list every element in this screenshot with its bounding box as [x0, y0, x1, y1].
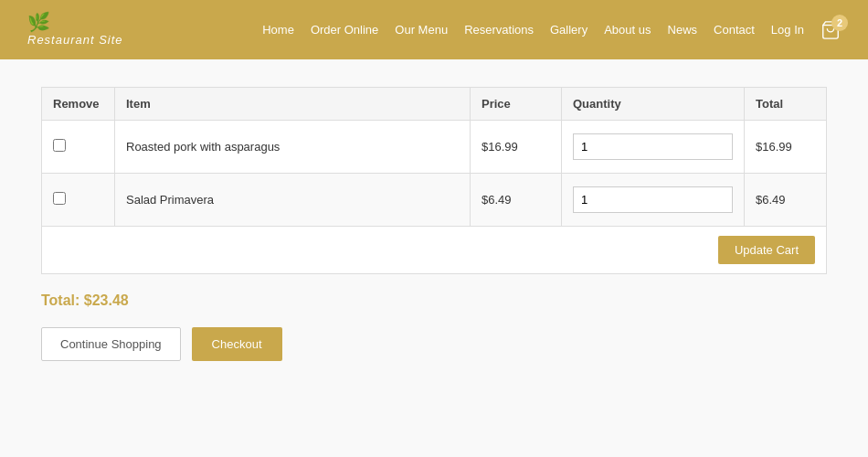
total-value: $23.48: [84, 292, 129, 308]
nav-news[interactable]: News: [668, 23, 698, 37]
logo-text: Restaurant Site: [27, 33, 123, 47]
qty-cell-1: [562, 121, 745, 174]
remove-cell-1: [42, 121, 115, 174]
col-quantity: Quantity: [562, 88, 745, 121]
main-nav: Home Order Online Our Menu Reservations …: [262, 20, 841, 40]
update-cart-row: Update Cart: [42, 227, 827, 274]
nav-home[interactable]: Home: [262, 23, 294, 37]
nav-our-menu[interactable]: Our Menu: [395, 23, 448, 37]
cart-table: Remove Item Price Quantity Total Roasted…: [41, 87, 827, 274]
col-remove: Remove: [42, 88, 115, 121]
col-item: Item: [115, 88, 471, 121]
nav-gallery[interactable]: Gallery: [550, 23, 587, 37]
cart-row-2: Salad Primavera $6.49 $6.49: [42, 174, 827, 227]
price-cell-1: $16.99: [471, 121, 562, 174]
qty-input-2[interactable]: [573, 186, 733, 213]
nav-log-in[interactable]: Log In: [771, 23, 804, 37]
total-cell-2: $6.49: [745, 174, 827, 227]
checkout-button[interactable]: Checkout: [192, 327, 282, 361]
total-cell-1: $16.99: [745, 121, 827, 174]
total-label: Total:: [41, 292, 79, 308]
col-total: Total: [745, 88, 827, 121]
update-cart-button[interactable]: Update Cart: [718, 236, 815, 264]
qty-input-1[interactable]: [573, 133, 733, 160]
nav-contact[interactable]: Contact: [714, 23, 755, 37]
item-cell-1: Roasted pork with asparagus: [115, 121, 471, 174]
cart-badge: 2: [831, 15, 848, 31]
qty-cell-2: [562, 174, 745, 227]
remove-checkbox-2[interactable]: [53, 192, 66, 205]
logo-icon: 🌿: [27, 13, 50, 31]
nav-order-online[interactable]: Order Online: [311, 23, 378, 37]
bottom-buttons: Continue Shopping Checkout: [41, 327, 827, 361]
cart-button[interactable]: 2: [820, 20, 841, 40]
item-cell-2: Salad Primavera: [115, 174, 471, 227]
remove-cell-2: [42, 174, 115, 227]
price-cell-2: $6.49: [471, 174, 562, 227]
total-section: Total: $23.48: [41, 292, 827, 309]
col-price: Price: [471, 88, 562, 121]
cart-row-1: Roasted pork with asparagus $16.99 $16.9…: [42, 121, 827, 174]
remove-checkbox-1[interactable]: [53, 139, 66, 152]
nav-about-us[interactable]: About us: [604, 23, 651, 37]
logo: 🌿 Restaurant Site: [27, 13, 123, 47]
update-cart-cell: Update Cart: [42, 227, 827, 274]
continue-shopping-button[interactable]: Continue Shopping: [41, 327, 181, 361]
nav-reservations[interactable]: Reservations: [464, 23, 534, 37]
